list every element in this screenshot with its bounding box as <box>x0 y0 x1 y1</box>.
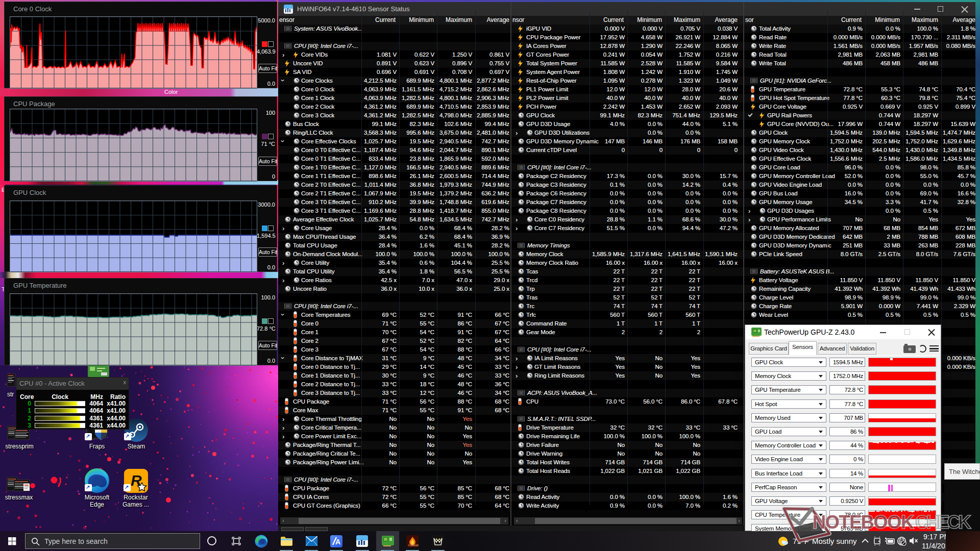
svg-text:A: A <box>335 538 340 546</box>
svg-text:Color: Color <box>164 89 178 95</box>
svg-text:FURMARK: FURMARK <box>408 544 419 547</box>
